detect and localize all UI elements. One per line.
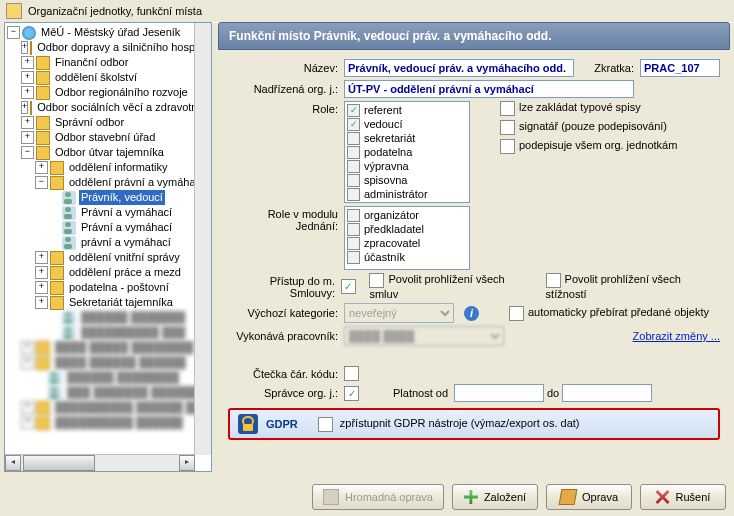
tree-root[interactable]: − MěÚ - Městský úřad Jeseník [7,25,209,40]
tree-node[interactable]: +oddělení práce a mezd [7,265,209,280]
tree-node[interactable]: +oddělení informatiky [7,160,209,175]
expand-icon[interactable]: + [21,131,34,144]
checkbox-icon[interactable] [500,101,515,116]
tree-node[interactable]: +Odbor sociálních věcí a zdravotnictví [7,100,209,115]
tree-node[interactable]: +podatelna - poštovní [7,280,209,295]
povolit-smluv-checkbox[interactable]: Povolit prohlížení všech smluv [369,273,532,300]
expand-icon[interactable]: + [21,116,34,129]
gdpr-enable-checkbox[interactable]: zpřístupnit GDPR nástroje (výmaz/export … [318,417,580,432]
checkbox-icon[interactable] [509,306,524,321]
oprava-button[interactable]: Oprava [546,484,632,510]
tree-node[interactable]: +Správní odbor [7,115,209,130]
nazev-input[interactable] [344,59,574,77]
tree-node[interactable]: +oddělení vnitřní správy [7,250,209,265]
podepisuje-vsem-checkbox[interactable]: podepisuje všem org. jednotkám [500,139,677,154]
role-item[interactable]: organizátor [347,208,467,222]
cube-icon [30,41,32,55]
checkbox-icon[interactable] [347,188,360,201]
checkbox-icon[interactable] [347,237,360,250]
checkbox-icon[interactable] [347,132,360,145]
signatar-checkbox[interactable]: signatář (pouze podepisování) [500,120,677,135]
tree-node[interactable]: +Finanční odbor [7,55,209,70]
vykonava-select[interactable]: ████ ████ [344,326,504,346]
tree-node[interactable]: +Odbor dopravy a silničního hospodářství [7,40,209,55]
pristup-sml-checkbox[interactable] [341,279,356,294]
tree-scrollbar-vertical[interactable] [194,23,211,455]
expand-icon[interactable]: + [35,296,48,309]
expand-icon[interactable]: + [21,41,28,54]
checkbox-icon[interactable] [347,223,360,236]
checkbox-icon[interactable] [500,120,515,135]
checkbox-icon[interactable] [318,417,333,432]
zobrazit-zmeny-link[interactable]: Zobrazit změny ... [633,330,720,342]
expand-icon[interactable]: + [21,86,34,99]
ctecka-checkbox[interactable] [344,366,359,381]
tree-node[interactable]: +Sekretariát tajemníka [7,295,209,310]
role-item[interactable]: podatelna [347,145,467,159]
expand-icon[interactable]: + [35,281,48,294]
checkbox-icon[interactable] [347,118,360,131]
checkbox-icon[interactable] [347,160,360,173]
info-icon[interactable]: i [464,306,479,321]
checkbox-icon[interactable] [347,251,360,264]
role-item[interactable]: sekretariát [347,131,467,145]
scroll-left-button[interactable]: ◂ [5,455,21,471]
auto-prebirat-checkbox[interactable]: automaticky přebírat předané objekty [509,306,709,321]
povolit-stiznosti-checkbox[interactable]: Povolit prohlížení všech stížností [546,273,720,300]
form-panel: Funkční místo Právník, vedoucí práv. a v… [218,22,730,472]
checkbox-icon[interactable] [347,104,360,117]
ruseni-button[interactable]: Rušení [640,484,726,510]
role-item[interactable]: zpracovatel [347,236,467,250]
tree-leaf[interactable]: Právní a vymáhací [7,205,209,220]
role-item[interactable]: administrátor [347,187,467,201]
roles-listbox[interactable]: referent vedoucí sekretariát podatelna v… [344,101,470,203]
expand-icon[interactable]: + [21,71,34,84]
roles-jednani-listbox[interactable]: organizátor předkladatel zpracovatel úča… [344,206,470,270]
tree-leaf[interactable]: Právní a vymáhací [7,220,209,235]
platnost-do-input[interactable] [562,384,652,402]
checkbox-icon[interactable] [347,209,360,222]
expand-icon[interactable]: + [35,161,48,174]
expand-icon[interactable]: − [7,26,20,39]
expand-icon[interactable]: + [35,251,48,264]
role-item[interactable]: vedoucí [347,117,467,131]
expand-icon[interactable]: − [35,176,48,189]
tree-node[interactable]: +Odbor regionálního rozvoje [7,85,209,100]
expand-icon[interactable]: + [35,266,48,279]
checkbox-icon[interactable] [546,273,561,288]
org-tree[interactable]: − MěÚ - Městský úřad Jeseník +Odbor dopr… [5,23,211,432]
expand-icon[interactable]: − [21,146,34,159]
tree-node[interactable]: +oddělení školství [7,70,209,85]
expand-icon[interactable]: + [21,56,34,69]
tree-leaf-selected[interactable]: Právník, vedoucí [7,190,209,205]
platnost-od-input[interactable] [454,384,544,402]
tree-leaf[interactable]: právní a vymáhací [7,235,209,250]
checkbox-icon[interactable] [500,139,515,154]
role-item[interactable]: účastník [347,250,467,264]
tree-node-label: Finanční odbor [53,55,130,70]
tree-scrollbar-horizontal[interactable]: ◂ ▸ [5,454,195,471]
scroll-right-button[interactable]: ▸ [179,455,195,471]
expand-icon[interactable]: + [21,101,28,114]
globe-icon [22,26,36,40]
role-item[interactable]: spisovna [347,173,467,187]
zkratka-input[interactable] [640,59,720,77]
kategorie-select[interactable]: neveřejný [344,303,454,323]
tree-node[interactable]: +Odbor stavební úřad [7,130,209,145]
checkbox-icon[interactable] [347,146,360,159]
person-icon [62,311,76,325]
typove-spisy-checkbox[interactable]: lze zakládat typové spisy [500,101,677,116]
zalozeni-button[interactable]: Založení [452,484,538,510]
scroll-thumb[interactable] [23,455,95,471]
role-item[interactable]: referent [347,103,467,117]
tree-node[interactable]: −Odbor útvar tajemníka [7,145,209,160]
role-item[interactable]: výpravna [347,159,467,173]
spravce-checkbox[interactable] [344,386,359,401]
hromadna-oprava-button[interactable]: Hromadná oprava [312,484,444,510]
checkbox-icon[interactable] [369,273,384,288]
nadrizena-input[interactable] [344,80,634,98]
role-item[interactable]: předkladatel [347,222,467,236]
tree-node[interactable]: −oddělení právní a vymáhací [7,175,209,190]
tree-node-obscured: +██████████ ██████ ██ [7,400,209,415]
checkbox-icon[interactable] [347,174,360,187]
